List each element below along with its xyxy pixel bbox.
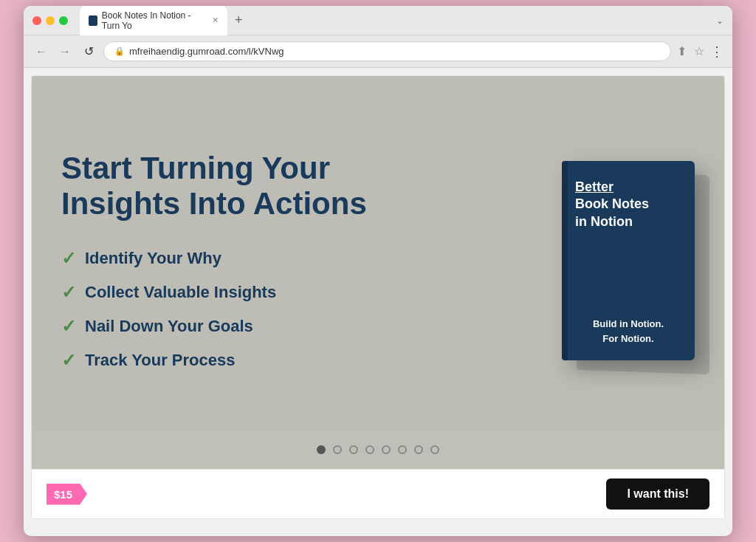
hero-right: Better Book Notes in Notion Build in Not… xyxy=(562,161,695,360)
checkmark-icon: ✓ xyxy=(61,282,76,303)
tab-bar: Book Notes In Notion - Turn Yo ✕ + ⌄ xyxy=(80,6,724,35)
carousel-dot-4[interactable] xyxy=(365,445,374,454)
checklist-item-3: Nail Down Your Goals xyxy=(85,317,253,336)
browser-window: Book Notes In Notion - Turn Yo ✕ + ⌄ ← →… xyxy=(24,6,732,536)
carousel-dot-1[interactable] xyxy=(317,445,326,454)
lock-icon: 🔒 xyxy=(114,47,125,56)
checklist-item-4: Track Your Process xyxy=(85,351,235,370)
minimize-button[interactable] xyxy=(46,16,55,25)
maximize-button[interactable] xyxy=(59,16,68,25)
carousel-dots xyxy=(32,430,724,469)
active-tab[interactable]: Book Notes In Notion - Turn Yo ✕ xyxy=(80,6,227,35)
book-bottom-text: Build in Notion. For Notion. xyxy=(575,317,681,346)
bottom-bar: $15 I want this! xyxy=(32,469,724,518)
url-text: mfreihaendig.gumroad.com/l/kVNwg xyxy=(129,46,284,57)
hero-section: Start Turning Your Insights Into Actions… xyxy=(32,76,724,430)
price-badge: $15 xyxy=(47,484,87,505)
list-item: ✓ Track Your Process xyxy=(61,350,518,371)
share-icon[interactable]: ⬆ xyxy=(677,44,687,58)
checklist: ✓ Identify Your Why ✓ Collect Valuable I… xyxy=(61,248,518,371)
tab-favicon xyxy=(89,16,97,26)
page-content: Start Turning Your Insights Into Actions… xyxy=(31,75,725,519)
carousel-dot-8[interactable] xyxy=(430,445,439,454)
new-tab-button[interactable]: + xyxy=(230,13,247,28)
book-better-text: Better xyxy=(575,179,614,194)
title-bar: Book Notes In Notion - Turn Yo ✕ + ⌄ xyxy=(24,6,732,35)
carousel-dot-7[interactable] xyxy=(414,445,423,454)
book-title-line2: in Notion xyxy=(575,214,633,229)
bookmark-icon[interactable]: ☆ xyxy=(694,44,704,58)
close-button[interactable] xyxy=(32,16,41,25)
book-for-text: For Notion. xyxy=(602,333,653,344)
list-item: ✓ Collect Valuable Insights xyxy=(61,282,518,303)
list-item: ✓ Nail Down Your Goals xyxy=(61,316,518,337)
carousel-dot-6[interactable] xyxy=(398,445,407,454)
book-title-line1: Book Notes xyxy=(575,196,649,211)
list-item: ✓ Identify Your Why xyxy=(61,248,518,269)
book-cover: Better Book Notes in Notion Build in Not… xyxy=(562,161,695,360)
traffic-lights xyxy=(32,16,68,25)
checkmark-icon: ✓ xyxy=(61,316,76,337)
browser-menu-icon[interactable]: ⋮ xyxy=(710,44,724,60)
book-build-text: Build in Notion. xyxy=(593,318,664,329)
tab-more-button[interactable]: ⌄ xyxy=(716,16,724,26)
refresh-button[interactable]: ↺ xyxy=(80,44,97,58)
book-cover-title: Better Book Notes in Notion xyxy=(575,179,681,230)
address-input[interactable]: 🔒 mfreihaendig.gumroad.com/l/kVNwg xyxy=(103,41,671,61)
checklist-item-2: Collect Valuable Insights xyxy=(85,283,276,302)
carousel-dot-2[interactable] xyxy=(333,445,342,454)
checklist-item-1: Identify Your Why xyxy=(85,249,221,268)
carousel-dot-3[interactable] xyxy=(349,445,358,454)
tab-close-icon[interactable]: ✕ xyxy=(212,16,219,25)
carousel-dot-5[interactable] xyxy=(382,445,391,454)
tab-title: Book Notes In Notion - Turn Yo xyxy=(102,10,205,31)
checkmark-icon: ✓ xyxy=(61,350,76,371)
buy-button[interactable]: I want this! xyxy=(606,478,709,510)
checkmark-icon: ✓ xyxy=(61,248,76,269)
back-button[interactable]: ← xyxy=(32,45,50,58)
address-bar: ← → ↺ 🔒 mfreihaendig.gumroad.com/l/kVNwg… xyxy=(24,35,732,68)
forward-button[interactable]: → xyxy=(56,45,74,58)
hero-title: Start Turning Your Insights Into Actions xyxy=(61,151,371,222)
address-actions: ⬆ ☆ xyxy=(677,44,704,58)
hero-left: Start Turning Your Insights Into Actions… xyxy=(61,151,518,371)
